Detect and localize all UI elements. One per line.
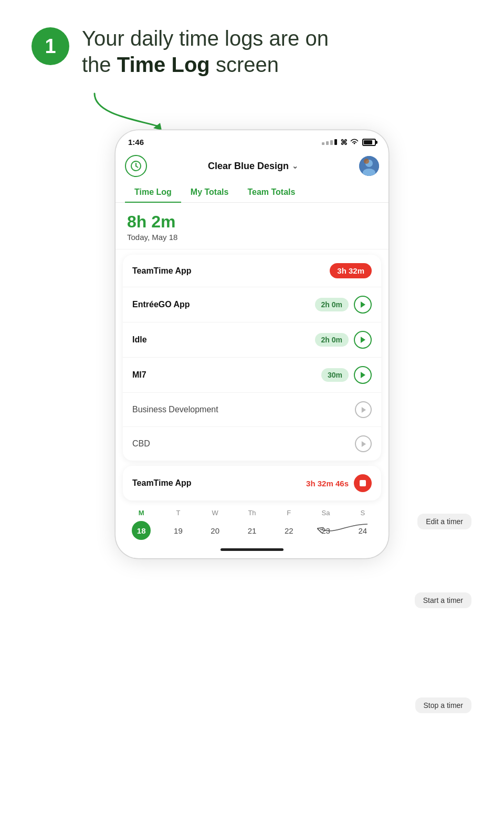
calendar-dates: 18 19 20 21 22 23 24 <box>123 521 381 540</box>
home-indicator <box>220 548 284 551</box>
cal-label-s: S <box>353 509 372 517</box>
play-button-mi7[interactable] <box>354 366 372 384</box>
stop-icon <box>360 480 366 486</box>
wifi-icon: ⌘ <box>340 138 359 147</box>
status-icons: ⌘ <box>322 138 376 147</box>
phone-wrap: 1:46 ⌘ <box>0 130 504 558</box>
active-timer-name: TeamTime App <box>132 478 192 488</box>
tab-my-totals[interactable]: My Totals <box>181 182 238 202</box>
play-button-cbd[interactable] <box>355 435 372 452</box>
cal-date-24[interactable]: 24 <box>353 521 372 540</box>
svg-marker-9 <box>361 407 365 413</box>
total-time: 8h 2m <box>127 212 377 232</box>
calendar-strip: M T W Th F Sa S 18 19 20 21 22 23 24 <box>116 504 388 544</box>
tab-team-totals[interactable]: Team Totals <box>238 182 304 202</box>
company-name[interactable]: Clear Blue Design ⌄ <box>208 161 298 172</box>
timer-name-bizdev: Business Development <box>132 405 218 414</box>
svg-marker-6 <box>361 301 365 308</box>
instruction-text: Your daily time logs are on the Time Log… <box>82 25 329 78</box>
phone-container: 1:46 ⌘ <box>0 130 504 558</box>
time-date: Today, May 18 <box>127 233 377 242</box>
arrow-area <box>32 88 504 130</box>
stop-button[interactable] <box>354 474 372 492</box>
clock-icon <box>125 155 147 177</box>
timer-right-mi7: 30m <box>321 366 372 384</box>
svg-marker-0 <box>153 123 162 130</box>
annotation-edit-timer: Edit a timer <box>417 514 471 529</box>
instruction-area: 1 Your daily time logs are on the Time L… <box>0 0 504 88</box>
cal-label-th: Th <box>243 509 261 517</box>
cal-date-18[interactable]: 18 <box>132 521 151 540</box>
timer-row-cbd: CBD <box>123 427 381 461</box>
timer-right-entreego: 2h 0m <box>315 296 372 314</box>
cal-label-w: W <box>206 509 225 517</box>
cal-label-sa: Sa <box>317 509 335 517</box>
tab-time-log[interactable]: Time Log <box>125 182 181 202</box>
step-circle: 1 <box>32 27 69 65</box>
calendar-day-labels: M T W Th F Sa S <box>123 509 381 517</box>
cal-date-22[interactable]: 22 <box>279 521 298 540</box>
timer-right-cbd <box>355 435 372 452</box>
cal-date-20[interactable]: 20 <box>206 521 225 540</box>
timer-name-mi7: MI7 <box>132 370 146 380</box>
annotation-stop-timer: Stop a timer <box>415 697 471 713</box>
timer-name-cbd: CBD <box>132 439 150 449</box>
timer-right-teamtime: 3h 32m <box>330 263 372 278</box>
cal-label-m: M <box>132 509 151 517</box>
step-arrow <box>74 88 178 130</box>
tabs: Time Log My Totals Team Totals <box>116 182 388 203</box>
cal-date-23[interactable]: 23 <box>317 521 335 540</box>
timers-section: TeamTime App 3h 32m EntréeGO App 2h 0m <box>123 255 381 461</box>
cal-date-21[interactable]: 21 <box>243 521 261 540</box>
timer-right-bizdev <box>355 401 372 418</box>
timer-badge-idle: 2h 0m <box>315 333 349 347</box>
cal-label-f: F <box>279 509 298 517</box>
svg-marker-7 <box>361 337 365 343</box>
cal-label-t: T <box>169 509 187 517</box>
app-header: Clear Blue Design ⌄ <box>116 151 388 182</box>
timer-badge-red: 3h 32m <box>330 263 372 278</box>
timer-row-bizdev: Business Development <box>123 393 381 427</box>
timer-row-idle: Idle 2h 0m <box>123 322 381 358</box>
time-summary: 8h 2m Today, May 18 <box>116 203 388 249</box>
annotation-start-timer: Start a timer <box>415 592 471 608</box>
active-timer-row: TeamTime App 3h 32m 46s <box>123 466 381 501</box>
timer-name-teamtime: TeamTime App <box>132 266 192 276</box>
timer-right-idle: 2h 0m <box>315 331 372 349</box>
timer-badge-entreego: 2h 0m <box>315 298 349 311</box>
active-timer-time: 3h 32m 46s <box>306 479 349 488</box>
play-button-bizdev[interactable] <box>355 401 372 418</box>
svg-point-5 <box>364 159 369 164</box>
active-timer-right: 3h 32m 46s <box>306 474 372 492</box>
play-button-idle[interactable] <box>354 331 372 349</box>
timer-row-entreego: EntréeGO App 2h 0m <box>123 287 381 322</box>
timer-name-idle: Idle <box>132 335 147 345</box>
company-chevron: ⌄ <box>292 162 298 170</box>
cal-date-19[interactable]: 19 <box>169 521 187 540</box>
timer-badge-mi7: 30m <box>321 368 349 382</box>
timer-row-mi7: MI7 30m <box>123 358 381 393</box>
timer-row-teamtime: TeamTime App 3h 32m <box>123 255 381 287</box>
status-time: 1:46 <box>128 138 144 147</box>
signal-icon <box>322 139 337 145</box>
phone-mockup: 1:46 ⌘ <box>116 130 388 558</box>
svg-marker-8 <box>361 372 365 378</box>
battery-icon <box>362 139 376 146</box>
play-button-entreego[interactable] <box>354 296 372 314</box>
status-bar: 1:46 ⌘ <box>116 130 388 151</box>
avatar[interactable] <box>359 156 379 176</box>
timer-name-entreego: EntréeGO App <box>132 300 190 309</box>
svg-marker-10 <box>361 441 365 447</box>
